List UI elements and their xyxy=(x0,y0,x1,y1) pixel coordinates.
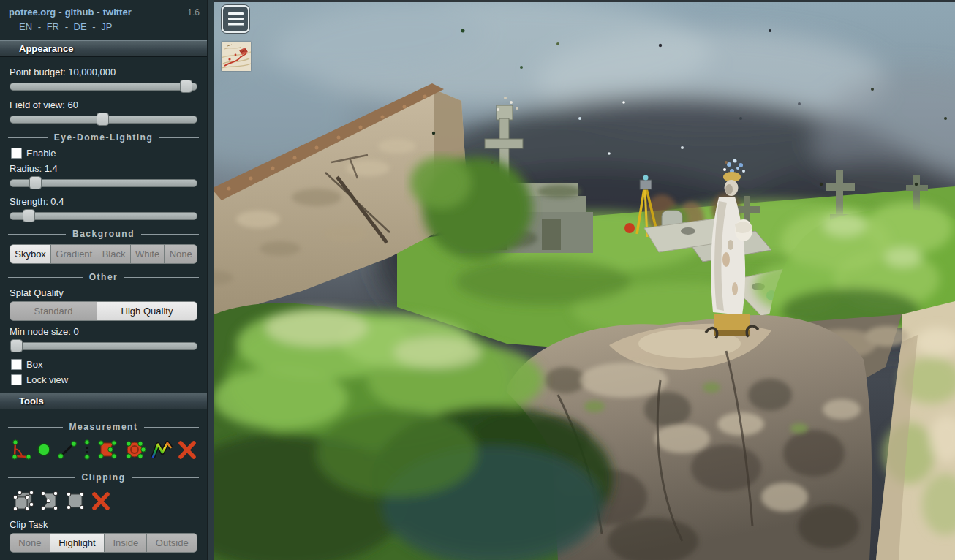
min-node-size-label: Min node size: 0 xyxy=(10,326,199,337)
edl-enable-checkbox[interactable] xyxy=(11,148,22,159)
tools-panel: Measurement xyxy=(0,409,207,560)
sidebar-scrollbar[interactable] xyxy=(207,0,214,560)
circle-icon[interactable] xyxy=(122,438,147,461)
background-skybox-button[interactable]: Skybox xyxy=(10,244,51,264)
remove-clips-icon[interactable] xyxy=(90,488,112,513)
hamburger-menu-icon[interactable] xyxy=(222,5,249,33)
point-budget-label: Point budget: 10,000,000 xyxy=(10,67,199,77)
separator: - xyxy=(92,21,95,32)
screen-box-clip-icon[interactable] xyxy=(64,488,87,513)
field-of-view-slider-handle[interactable] xyxy=(97,113,109,126)
background-divider: Background xyxy=(8,229,199,239)
clip-task-none-button[interactable]: None xyxy=(10,533,50,553)
point-budget-slider-handle[interactable] xyxy=(180,80,192,93)
render-area[interactable] xyxy=(214,0,955,560)
viewport-top-edge xyxy=(214,0,955,2)
min-node-size-slider-handle[interactable] xyxy=(10,339,23,352)
separator: - xyxy=(38,21,41,32)
background-gradient-button[interactable]: Gradient xyxy=(50,244,97,264)
lock-view-checkbox[interactable] xyxy=(11,374,22,385)
lang-de[interactable]: DE xyxy=(74,21,87,32)
edl-strength-slider[interactable] xyxy=(10,212,197,220)
height-profile-icon[interactable] xyxy=(150,438,173,461)
field-of-view-slider[interactable] xyxy=(10,116,197,124)
clip-task-label: Clip Task xyxy=(10,519,199,530)
link-github[interactable]: github xyxy=(65,7,94,18)
edl-radius-label: Radius: 1.4 xyxy=(10,163,199,174)
language-links: EN - FR - DE - JP xyxy=(0,18,207,38)
cadastral-map-thumbnail[interactable] xyxy=(222,42,251,71)
clipping-toolbar xyxy=(8,488,199,516)
edl-strength-slider-handle[interactable] xyxy=(23,209,35,222)
background-white-button[interactable]: White xyxy=(130,244,165,264)
lang-en[interactable]: EN xyxy=(19,21,32,32)
box-checkbox[interactable] xyxy=(11,359,22,370)
link-potree[interactable]: potree.org xyxy=(9,7,56,18)
clip-task-buttonset: None Highlight Inside Outside xyxy=(10,533,197,553)
accordion-header-tools[interactable]: Tools xyxy=(0,393,207,409)
angle-icon[interactable] xyxy=(10,438,31,461)
splat-quality-label: Splat Quality xyxy=(10,287,199,298)
splat-standard-button[interactable]: Standard xyxy=(10,301,97,321)
lock-view-label: Lock view xyxy=(26,374,68,385)
background-buttonset: Skybox Gradient Black White None xyxy=(10,244,197,264)
edl-divider: Eye-Dome-Lighting xyxy=(8,132,199,143)
point-cloud-scene xyxy=(214,0,955,560)
measurement-toolbar xyxy=(8,437,199,464)
splat-high-quality-button[interactable]: High Quality xyxy=(97,301,197,321)
sidebar: potree.org - github - twitter 1.6 EN - F… xyxy=(0,0,207,560)
other-divider: Other xyxy=(8,272,199,282)
polygon-clip-icon[interactable] xyxy=(37,488,61,513)
box-label: Box xyxy=(26,359,42,370)
accordion-header-appearance[interactable]: Appearance xyxy=(0,40,207,57)
volume-clip-icon[interactable] xyxy=(10,488,34,513)
clip-task-outside-button[interactable]: Outside xyxy=(146,533,197,553)
remove-measurements-icon[interactable] xyxy=(176,438,198,461)
edl-enable-row: Enable xyxy=(11,148,199,159)
clip-task-highlight-button[interactable]: Highlight xyxy=(50,533,105,553)
background-black-button[interactable]: Black xyxy=(97,244,130,264)
lang-fr[interactable]: FR xyxy=(47,21,59,32)
edl-enable-label: Enable xyxy=(26,148,56,159)
area-icon[interactable] xyxy=(96,438,119,461)
edl-strength-label: Strength: 0.4 xyxy=(10,196,199,207)
edl-radius-slider-handle[interactable] xyxy=(29,176,42,189)
lock-view-row: Lock view xyxy=(11,374,199,385)
point-budget-slider[interactable] xyxy=(10,83,197,91)
clipping-divider: Clipping xyxy=(8,472,199,483)
field-of-view-label: Field of view: 60 xyxy=(10,99,199,110)
measurement-divider: Measurement xyxy=(8,422,199,432)
point-icon[interactable] xyxy=(34,438,53,461)
link-twitter[interactable]: twitter xyxy=(103,7,132,18)
separator: - xyxy=(65,21,68,32)
min-node-size-slider[interactable] xyxy=(10,342,197,350)
appearance-panel: Point budget: 10,000,000 Field of view: … xyxy=(0,57,207,385)
lang-jp[interactable]: JP xyxy=(101,21,112,32)
distance-icon[interactable] xyxy=(56,438,78,461)
version-label: 1.6 xyxy=(187,7,200,18)
separator: - xyxy=(97,7,99,18)
background-none-button[interactable]: None xyxy=(164,244,197,264)
clip-task-inside-button[interactable]: Inside xyxy=(104,533,147,553)
splat-quality-buttonset: Standard High Quality xyxy=(10,301,197,321)
separator: - xyxy=(58,7,61,18)
header-links: potree.org - github - twitter 1.6 xyxy=(0,0,207,18)
edl-radius-slider[interactable] xyxy=(10,179,197,187)
height-icon[interactable] xyxy=(81,438,93,461)
box-row: Box xyxy=(11,359,199,370)
